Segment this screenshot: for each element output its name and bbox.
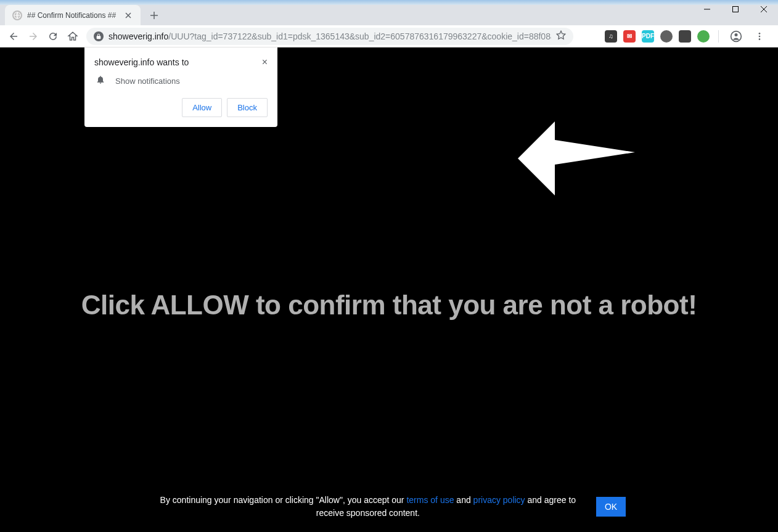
maximize-button[interactable] <box>721 0 750 18</box>
svg-point-4 <box>759 33 761 35</box>
back-button[interactable] <box>5 28 22 45</box>
notification-title: showeverig.info wants to <box>94 57 189 67</box>
menu-icon[interactable] <box>751 28 768 45</box>
terms-link[interactable]: terms of use <box>406 495 454 505</box>
tab-strip: ## Confirm Notifications ## <box>0 5 778 25</box>
arrow-icon <box>518 109 635 198</box>
forward-button[interactable] <box>25 28 42 45</box>
close-icon[interactable]: × <box>262 57 268 67</box>
lock-icon[interactable] <box>94 31 104 41</box>
url-text: showeverig.info/UUU?tag_id=737122&sub_id… <box>109 31 551 41</box>
extension-icon-2[interactable]: ✉ <box>623 30 636 43</box>
ok-button[interactable]: OK <box>596 497 626 517</box>
browser-tab[interactable]: ## Confirm Notifications ## <box>5 5 141 25</box>
footer: By continuing your navigation or clickin… <box>0 494 778 520</box>
extension-icon-5[interactable] <box>679 30 691 43</box>
extension-icon-3[interactable]: PDF <box>642 30 654 43</box>
svg-point-3 <box>735 33 738 36</box>
window-titlebar <box>0 0 778 5</box>
home-button[interactable] <box>64 28 81 45</box>
extension-icon-4[interactable] <box>660 30 673 43</box>
extension-icon-1[interactable]: ♫ <box>605 30 617 43</box>
main-message: Click ALLOW to confirm that you are not … <box>0 290 778 321</box>
window-controls <box>693 0 778 18</box>
svg-point-5 <box>759 35 761 37</box>
address-bar[interactable]: showeverig.info/UUU?tag_id=737122&sub_id… <box>86 28 573 45</box>
allow-button[interactable]: Allow <box>182 98 222 117</box>
toolbar-divider <box>718 30 719 43</box>
extension-icon-6[interactable] <box>697 30 710 43</box>
page-content: showeverig.info wants to × Show notifica… <box>0 47 778 532</box>
block-button[interactable]: Block <box>227 98 268 117</box>
reload-button[interactable] <box>44 28 62 45</box>
extension-icons: ♫ ✉ PDF <box>605 28 768 45</box>
globe-icon <box>12 10 22 20</box>
close-window-button[interactable] <box>750 0 778 18</box>
bookmark-star-icon[interactable] <box>556 30 566 43</box>
svg-point-6 <box>759 38 761 40</box>
svg-rect-1 <box>733 7 739 12</box>
notification-permission-popup: showeverig.info wants to × Show notifica… <box>84 47 277 127</box>
browser-toolbar: showeverig.info/UUU?tag_id=737122&sub_id… <box>0 25 778 47</box>
profile-icon[interactable] <box>727 28 745 45</box>
footer-text: By continuing your navigation or clickin… <box>152 494 584 520</box>
new-tab-button[interactable] <box>145 7 163 24</box>
privacy-link[interactable]: privacy policy <box>473 495 525 505</box>
notification-message: Show notifications <box>115 76 180 86</box>
bell-icon <box>96 75 105 87</box>
tab-close-icon[interactable] <box>123 10 133 20</box>
tab-title: ## Confirm Notifications ## <box>27 11 118 20</box>
minimize-button[interactable] <box>693 0 721 18</box>
